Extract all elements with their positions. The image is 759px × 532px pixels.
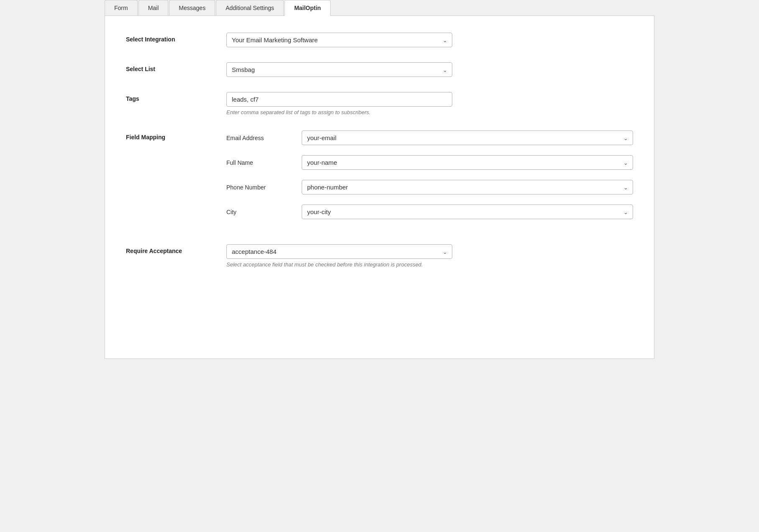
mapping-label-phone: Phone Number [226,184,302,191]
mapping-select-fullname[interactable]: your-name [302,155,633,170]
tab-form[interactable]: Form [105,0,138,15]
label-require-acceptance: Require Acceptance [126,244,226,254]
mapping-label-city: City [226,209,302,215]
field-select-list: Smsbag ⌄ [226,62,633,77]
tab-mail[interactable]: Mail [138,0,169,15]
mapping-row-email: Email Address your-email ⌄ [226,130,633,145]
label-select-integration: Select Integration [126,33,226,43]
mapping-row-phone: Phone Number phone-number ⌄ [226,180,633,194]
mapping-select-fullname-wrapper: your-name ⌄ [302,155,633,170]
label-tags: Tags [126,92,226,102]
field-require-acceptance: acceptance-484 ⌄ Select acceptance field… [226,244,633,268]
label-field-mapping: Field Mapping [126,130,226,141]
mapping-select-city[interactable]: your-city [302,205,633,219]
mapping-row-city: City your-city ⌄ [226,205,633,219]
tags-hint: Enter comma separated list of tags to as… [226,109,633,115]
main-container: Form Mail Messages Additional Settings M… [105,0,654,376]
field-select-integration: Your Email Marketing Software ⌄ [226,33,633,47]
mapping-label-email: Email Address [226,135,302,141]
mapping-select-phone[interactable]: phone-number [302,180,633,194]
acceptance-hint: Select acceptance field that must be che… [226,261,633,268]
label-select-list: Select List [126,62,226,72]
tab-additional-settings[interactable]: Additional Settings [216,0,284,15]
field-tags: Enter comma separated list of tags to as… [226,92,633,115]
select-list-wrapper: Smsbag ⌄ [226,62,452,77]
row-field-mapping: Field Mapping Email Address your-email ⌄ [126,130,633,229]
tags-input[interactable] [226,92,452,107]
row-tags: Tags Enter comma separated list of tags … [126,92,633,115]
mapping-select-email-wrapper: your-email ⌄ [302,130,633,145]
select-acceptance-dropdown[interactable]: acceptance-484 [226,244,452,259]
select-acceptance-wrapper: acceptance-484 ⌄ [226,244,452,259]
row-select-integration: Select Integration Your Email Marketing … [126,33,633,47]
mapping-label-fullname: Full Name [226,159,302,166]
mapping-select-city-wrapper: your-city ⌄ [302,205,633,219]
mapping-select-email[interactable]: your-email [302,130,633,145]
panel-mailoptin: Select Integration Your Email Marketing … [105,16,654,359]
select-integration-dropdown[interactable]: Your Email Marketing Software [226,33,452,47]
row-require-acceptance: Require Acceptance acceptance-484 ⌄ Sele… [126,244,633,268]
row-select-list: Select List Smsbag ⌄ [126,62,633,77]
tabs-bar: Form Mail Messages Additional Settings M… [105,0,654,16]
mapping-select-phone-wrapper: phone-number ⌄ [302,180,633,194]
mapping-rows: Email Address your-email ⌄ Full Name [226,130,633,229]
tab-messages[interactable]: Messages [169,0,215,15]
field-mapping-area: Email Address your-email ⌄ Full Name [226,130,633,229]
tab-mailoptin[interactable]: MailOptin [285,0,331,16]
select-list-dropdown[interactable]: Smsbag [226,62,452,77]
select-integration-wrapper: Your Email Marketing Software ⌄ [226,33,452,47]
mapping-row-fullname: Full Name your-name ⌄ [226,155,633,170]
